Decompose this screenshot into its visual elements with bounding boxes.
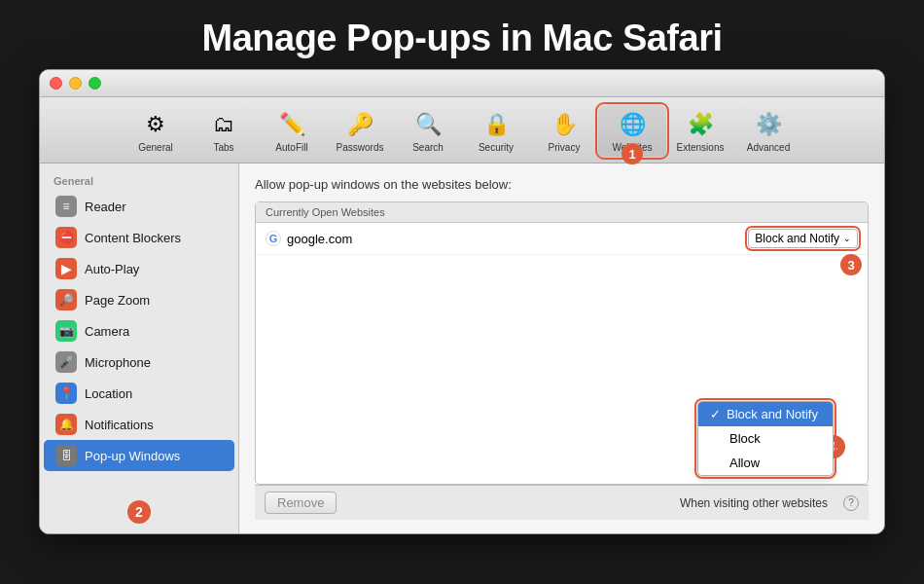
step-badge-2: 2 bbox=[127, 500, 151, 524]
row-dropdown-wrapper: Block and Notify ⌄ 3 bbox=[748, 229, 858, 248]
panel-description: Allow pop-up windows on the websites bel… bbox=[255, 177, 869, 192]
option-label-allow: Allow bbox=[729, 456, 760, 470]
toolbar-item-search[interactable]: 🔍 Search bbox=[394, 105, 462, 157]
remove-button[interactable]: Remove bbox=[265, 492, 337, 514]
sidebar-item-notifications[interactable]: 🔔 Notifications bbox=[44, 409, 234, 440]
toolbar-item-autofill[interactable]: ✏️ AutoFill bbox=[258, 105, 326, 157]
toolbar-item-privacy[interactable]: ✋ Privacy bbox=[530, 105, 598, 157]
reader-icon: ≡ bbox=[55, 196, 77, 217]
toolbar-item-websites[interactable]: 🌐 Websites 1 bbox=[598, 105, 666, 157]
table-section-header: Currently Open Websites bbox=[256, 202, 868, 223]
microphone-icon: 🎤 bbox=[55, 351, 77, 373]
toolbar-item-tabs[interactable]: 🗂 Tabs bbox=[190, 105, 258, 157]
option-label-block: Block bbox=[729, 431, 761, 446]
sidebar-item-location[interactable]: 📍 Location bbox=[44, 378, 234, 409]
general-icon: ⚙ bbox=[140, 109, 171, 140]
dropdown-option-block[interactable]: Block bbox=[698, 426, 833, 451]
main-content: General ≡ Reader ⛔ Content Blockers ▶ Au… bbox=[40, 164, 884, 533]
popup-windows-icon: 🗄 bbox=[55, 445, 77, 466]
dropdown-option-allow[interactable]: Allow bbox=[698, 451, 833, 475]
sidebar-item-auto-play[interactable]: ▶ Auto-Play bbox=[44, 253, 234, 284]
sidebar-item-camera[interactable]: 📷 Camera bbox=[44, 315, 234, 347]
dropdown-option-block-notify[interactable]: ✓ Block and Notify bbox=[698, 402, 833, 426]
dropdown-chevron: ⌄ bbox=[843, 234, 851, 243]
sidebar-label-popup-windows: Pop-up Windows bbox=[85, 449, 180, 463]
checkmark-icon: ✓ bbox=[710, 407, 721, 421]
toolbar-item-security[interactable]: 🔒 Security bbox=[462, 105, 530, 157]
toolbar-item-extensions[interactable]: 🧩 Extensions bbox=[666, 105, 734, 157]
sidebar-label-camera: Camera bbox=[85, 324, 129, 339]
location-icon: 📍 bbox=[55, 383, 77, 404]
page-title-bar: Manage Pop-ups in Mac Safari bbox=[0, 0, 924, 69]
step-badge-1: 1 bbox=[622, 143, 643, 164]
step-badge-3: 3 bbox=[840, 254, 862, 275]
sidebar-label-notifications: Notifications bbox=[85, 418, 154, 432]
sidebar-label-reader: Reader bbox=[85, 200, 126, 214]
search-label: Search bbox=[412, 142, 444, 153]
tabs-icon: 🗂 bbox=[208, 109, 239, 140]
content-blockers-icon: ⛔ bbox=[55, 227, 77, 248]
sidebar-label-location: Location bbox=[85, 386, 132, 401]
sidebar-item-microphone[interactable]: 🎤 Microphone bbox=[44, 347, 234, 378]
security-label: Security bbox=[479, 142, 514, 153]
sidebar: General ≡ Reader ⛔ Content Blockers ▶ Au… bbox=[40, 164, 239, 533]
advanced-icon: ⚙️ bbox=[753, 109, 784, 140]
other-websites-dropdown: ✓ Block and Notify Block Allow bbox=[697, 401, 834, 476]
window-titlebar bbox=[40, 70, 884, 97]
row-dropdown-button[interactable]: Block and Notify ⌄ bbox=[748, 229, 858, 248]
privacy-label: Privacy bbox=[549, 142, 581, 153]
page-zoom-icon: 🔎 bbox=[55, 289, 77, 310]
page-title: Manage Pop-ups in Mac Safari bbox=[19, 18, 905, 59]
sidebar-section-label: General bbox=[40, 171, 238, 191]
autofill-icon: ✏️ bbox=[276, 109, 307, 140]
close-button[interactable] bbox=[50, 77, 62, 90]
row-dropdown-value: Block and Notify bbox=[755, 232, 839, 245]
general-label: General bbox=[138, 142, 173, 153]
safari-window: ⚙ General 🗂 Tabs ✏️ AutoFill 🔑 Passwords… bbox=[39, 69, 885, 534]
camera-icon: 📷 bbox=[55, 320, 77, 342]
sidebar-item-reader[interactable]: ≡ Reader bbox=[44, 191, 234, 222]
table-row: G google.com Block and Notify ⌄ 3 bbox=[256, 223, 868, 255]
tabs-label: Tabs bbox=[213, 142, 233, 153]
preferences-toolbar: ⚙ General 🗂 Tabs ✏️ AutoFill 🔑 Passwords… bbox=[40, 97, 884, 164]
google-favicon: G bbox=[266, 231, 281, 246]
sidebar-label-page-zoom: Page Zoom bbox=[85, 293, 150, 308]
security-icon: 🔒 bbox=[480, 109, 512, 140]
toolbar-item-advanced[interactable]: ⚙️ Advanced bbox=[734, 105, 802, 157]
maximize-button[interactable] bbox=[89, 77, 101, 90]
passwords-icon: 🔑 bbox=[344, 109, 375, 140]
sidebar-label-content-blockers: Content Blockers bbox=[85, 231, 181, 245]
advanced-label: Advanced bbox=[747, 142, 790, 153]
websites-icon: 🌐 bbox=[617, 109, 648, 140]
other-websites-label: When visiting other websites bbox=[680, 496, 828, 510]
sidebar-item-content-blockers[interactable]: ⛔ Content Blockers bbox=[44, 222, 234, 253]
site-name: G google.com bbox=[266, 231, 352, 246]
privacy-icon: ✋ bbox=[549, 109, 580, 140]
notifications-icon: 🔔 bbox=[55, 414, 77, 435]
toolbar-item-general[interactable]: ⚙ General bbox=[122, 105, 190, 157]
search-icon: 🔍 bbox=[412, 109, 444, 140]
site-url: google.com bbox=[287, 232, 352, 246]
bottom-bar: Remove When visiting other websites ✓ Bl… bbox=[255, 485, 869, 520]
toolbar-item-passwords[interactable]: 🔑 Passwords bbox=[326, 105, 394, 157]
sidebar-item-page-zoom[interactable]: 🔎 Page Zoom bbox=[44, 284, 234, 315]
help-button[interactable]: ? bbox=[843, 495, 859, 511]
autofill-label: AutoFill bbox=[275, 142, 307, 153]
extensions-label: Extensions bbox=[677, 142, 725, 153]
sidebar-label-auto-play: Auto-Play bbox=[85, 262, 139, 276]
main-panel: Allow pop-up windows on the websites bel… bbox=[239, 164, 884, 533]
passwords-label: Passwords bbox=[337, 142, 384, 153]
extensions-icon: 🧩 bbox=[685, 109, 716, 140]
auto-play-icon: ▶ bbox=[55, 258, 77, 279]
option-label-block-notify: Block and Notify bbox=[727, 407, 818, 421]
sidebar-item-popup-windows[interactable]: 🗄 Pop-up Windows bbox=[44, 440, 234, 471]
minimize-button[interactable] bbox=[69, 77, 82, 90]
sidebar-label-microphone: Microphone bbox=[85, 355, 151, 370]
bottom-right: When visiting other websites ✓ Block and… bbox=[680, 495, 859, 511]
